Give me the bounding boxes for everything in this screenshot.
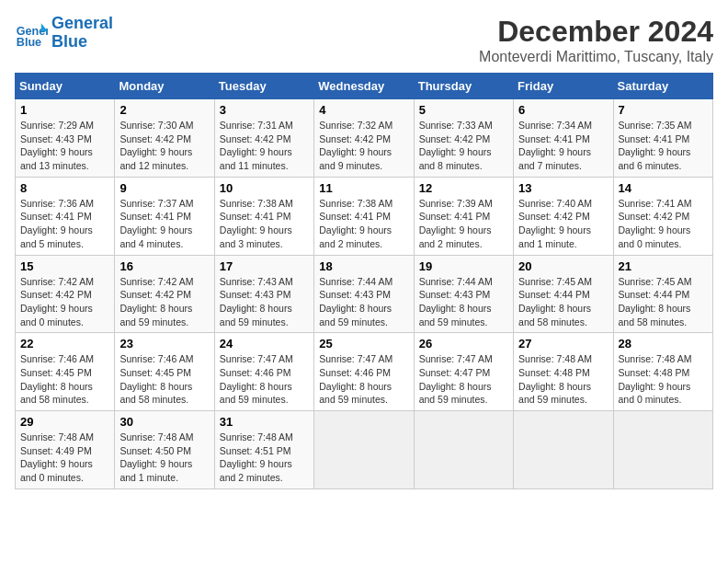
day-number: 29 [20,415,109,429]
table-row: 7 Sunrise: 7:35 AM Sunset: 4:41 PM Dayli… [613,99,712,178]
day-number: 25 [319,337,408,350]
logo-icon: General Blue [15,17,48,50]
day-number: 14 [619,181,708,195]
day-number: 26 [419,337,508,350]
logo: General Blue General Blue [15,15,113,52]
day-number: 19 [419,259,508,273]
table-row: 29 Sunrise: 7:48 AM Sunset: 4:49 PM Dayl… [16,411,115,489]
subtitle: Monteverdi Marittimo, Tuscany, Italy [479,49,713,65]
day-info: Sunrise: 7:44 AM Sunset: 4:43 PM Dayligh… [319,275,408,329]
day-number: 2 [119,103,209,117]
day-number: 20 [518,259,608,273]
table-row [514,411,613,489]
day-info: Sunrise: 7:48 AM Sunset: 4:50 PM Dayligh… [119,431,209,485]
logo-line1: General [51,15,113,33]
day-info: Sunrise: 7:45 AM Sunset: 4:44 PM Dayligh… [518,275,608,329]
table-row: 20 Sunrise: 7:45 AM Sunset: 4:44 PM Dayl… [514,255,613,333]
day-info: Sunrise: 7:43 AM Sunset: 4:43 PM Dayligh… [220,275,309,329]
day-number: 9 [119,181,209,195]
table-row: 27 Sunrise: 7:48 AM Sunset: 4:48 PM Dayl… [514,333,613,411]
table-row: 23 Sunrise: 7:46 AM Sunset: 4:45 PM Dayl… [115,333,214,411]
table-row: 19 Sunrise: 7:44 AM Sunset: 4:43 PM Dayl… [414,255,513,333]
day-info: Sunrise: 7:42 AM Sunset: 4:42 PM Dayligh… [20,275,109,329]
header: General Blue General Blue December 2024 … [15,15,713,65]
col-tuesday: Tuesday [214,74,313,99]
calendar-week-row: 29 Sunrise: 7:48 AM Sunset: 4:49 PM Dayl… [16,411,713,489]
table-row: 21 Sunrise: 7:45 AM Sunset: 4:44 PM Dayl… [613,255,712,333]
table-row: 5 Sunrise: 7:33 AM Sunset: 4:42 PM Dayli… [414,99,513,178]
day-info: Sunrise: 7:42 AM Sunset: 4:42 PM Dayligh… [119,275,209,329]
day-info: Sunrise: 7:47 AM Sunset: 4:46 PM Dayligh… [220,352,309,407]
table-row: 25 Sunrise: 7:47 AM Sunset: 4:46 PM Dayl… [314,333,414,411]
table-row: 10 Sunrise: 7:38 AM Sunset: 4:41 PM Dayl… [214,177,313,255]
day-info: Sunrise: 7:41 AM Sunset: 4:42 PM Dayligh… [619,197,708,251]
day-number: 5 [419,103,508,117]
table-row: 12 Sunrise: 7:39 AM Sunset: 4:41 PM Dayl… [414,177,513,255]
day-info: Sunrise: 7:33 AM Sunset: 4:42 PM Dayligh… [419,119,508,173]
day-info: Sunrise: 7:48 AM Sunset: 4:51 PM Dayligh… [220,431,309,485]
table-row: 17 Sunrise: 7:43 AM Sunset: 4:43 PM Dayl… [214,255,313,333]
calendar-week-row: 1 Sunrise: 7:29 AM Sunset: 4:43 PM Dayli… [16,99,713,178]
day-info: Sunrise: 7:44 AM Sunset: 4:43 PM Dayligh… [419,275,508,329]
svg-text:Blue: Blue [17,36,41,49]
day-number: 4 [319,103,408,117]
day-info: Sunrise: 7:35 AM Sunset: 4:41 PM Dayligh… [619,119,708,173]
day-number: 13 [518,181,608,195]
table-row: 3 Sunrise: 7:31 AM Sunset: 4:42 PM Dayli… [214,99,313,178]
day-number: 15 [20,259,109,273]
calendar-header-row: Sunday Monday Tuesday Wednesday Thursday… [16,74,713,99]
day-number: 12 [419,181,508,195]
table-row: 11 Sunrise: 7:38 AM Sunset: 4:41 PM Dayl… [314,177,414,255]
table-row: 26 Sunrise: 7:47 AM Sunset: 4:47 PM Dayl… [414,333,513,411]
day-number: 1 [20,103,109,117]
day-info: Sunrise: 7:46 AM Sunset: 4:45 PM Dayligh… [20,352,109,407]
day-info: Sunrise: 7:48 AM Sunset: 4:49 PM Dayligh… [20,431,109,485]
table-row [613,411,712,489]
day-number: 7 [619,103,708,117]
day-number: 23 [119,337,209,350]
table-row: 9 Sunrise: 7:37 AM Sunset: 4:41 PM Dayli… [115,177,214,255]
day-number: 28 [619,337,708,350]
calendar: Sunday Monday Tuesday Wednesday Thursday… [15,73,713,489]
day-number: 18 [319,259,408,273]
day-info: Sunrise: 7:46 AM Sunset: 4:45 PM Dayligh… [119,352,209,407]
day-info: Sunrise: 7:45 AM Sunset: 4:44 PM Dayligh… [619,275,708,329]
table-row: 2 Sunrise: 7:30 AM Sunset: 4:42 PM Dayli… [115,99,214,178]
day-info: Sunrise: 7:29 AM Sunset: 4:43 PM Dayligh… [20,119,109,173]
table-row: 22 Sunrise: 7:46 AM Sunset: 4:45 PM Dayl… [16,333,115,411]
title-block: December 2024 Monteverdi Marittimo, Tusc… [479,15,713,65]
day-number: 17 [220,259,309,273]
day-info: Sunrise: 7:47 AM Sunset: 4:47 PM Dayligh… [419,352,508,407]
table-row: 24 Sunrise: 7:47 AM Sunset: 4:46 PM Dayl… [214,333,313,411]
day-info: Sunrise: 7:38 AM Sunset: 4:41 PM Dayligh… [220,197,309,251]
day-info: Sunrise: 7:48 AM Sunset: 4:48 PM Dayligh… [518,352,608,407]
table-row: 14 Sunrise: 7:41 AM Sunset: 4:42 PM Dayl… [613,177,712,255]
col-saturday: Saturday [613,74,712,99]
day-number: 6 [518,103,608,117]
day-number: 27 [518,337,608,350]
calendar-week-row: 22 Sunrise: 7:46 AM Sunset: 4:45 PM Dayl… [16,333,713,411]
table-row: 28 Sunrise: 7:48 AM Sunset: 4:48 PM Dayl… [613,333,712,411]
day-number: 21 [619,259,708,273]
table-row: 15 Sunrise: 7:42 AM Sunset: 4:42 PM Dayl… [16,255,115,333]
col-sunday: Sunday [16,74,115,99]
day-info: Sunrise: 7:48 AM Sunset: 4:48 PM Dayligh… [619,352,708,407]
col-wednesday: Wednesday [314,74,414,99]
col-friday: Friday [514,74,613,99]
day-number: 30 [119,415,209,429]
day-info: Sunrise: 7:39 AM Sunset: 4:41 PM Dayligh… [419,197,508,251]
day-number: 31 [220,415,309,429]
table-row [314,411,414,489]
table-row: 18 Sunrise: 7:44 AM Sunset: 4:43 PM Dayl… [314,255,414,333]
day-info: Sunrise: 7:34 AM Sunset: 4:41 PM Dayligh… [518,119,608,173]
table-row: 4 Sunrise: 7:32 AM Sunset: 4:42 PM Dayli… [314,99,414,178]
day-number: 22 [20,337,109,350]
logo-line2: Blue [51,33,113,52]
calendar-week-row: 15 Sunrise: 7:42 AM Sunset: 4:42 PM Dayl… [16,255,713,333]
day-number: 3 [220,103,309,117]
table-row: 6 Sunrise: 7:34 AM Sunset: 4:41 PM Dayli… [514,99,613,178]
col-monday: Monday [115,74,214,99]
day-info: Sunrise: 7:31 AM Sunset: 4:42 PM Dayligh… [220,119,309,173]
day-info: Sunrise: 7:32 AM Sunset: 4:42 PM Dayligh… [319,119,408,173]
day-number: 11 [319,181,408,195]
